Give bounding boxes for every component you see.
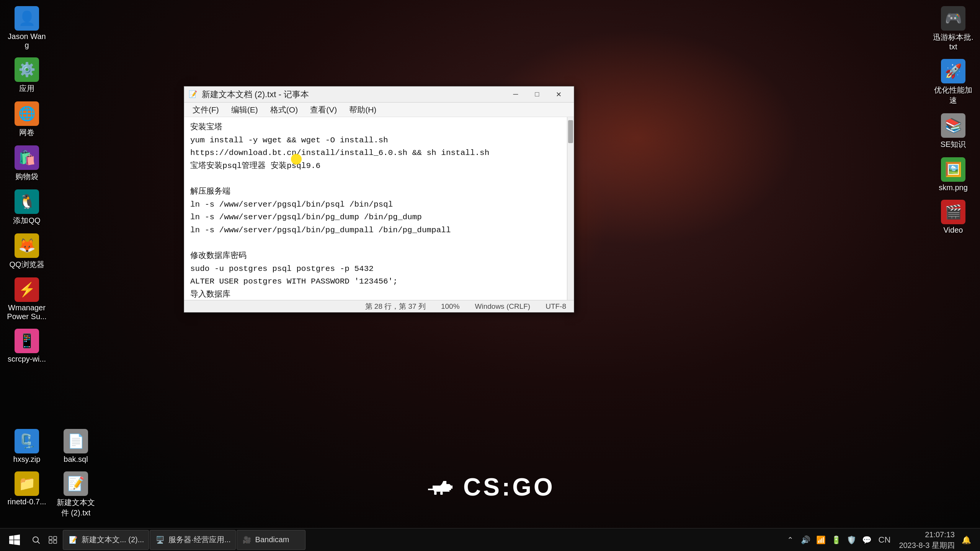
window-titlebar: 📝 新建文本文档 (2).txt - 记事本 ─ □ ✕ (184, 86, 574, 103)
sys-tray-icon4[interactable]: 🛡️ (846, 534, 858, 546)
desktop-icon-wmanager[interactable]: ⚡ Wmanager Power Su... (4, 275, 50, 323)
sys-tray-icons: ⌃ 🔊 📶 🔋 🛡️ 💬 (784, 534, 873, 546)
icon-hxsy-img: 🗜️ (15, 429, 39, 453)
taskbar-clock[interactable]: 21:07:13 2023-8-3 星期四 (896, 529, 958, 551)
taskbar-server-label: 服务器·经营应用... (168, 535, 230, 545)
desktop-icon-video[interactable]: 🎬 Video (930, 197, 976, 237)
icon-video-img: 🎬 (941, 200, 965, 224)
notepad-window: 📝 新建文本文档 (2).txt - 记事本 ─ □ ✕ 文件(F) 编辑(E)… (184, 86, 574, 313)
icon-baksql-label: bak.sql (64, 455, 88, 464)
taskbar-item-notepad[interactable]: 📝 新建文本文... (2)... (63, 530, 149, 550)
icon-jasonwang-label: Jason Wang (6, 32, 47, 50)
menu-file[interactable]: 文件(F) (187, 103, 224, 117)
desktop-icon-scrcpy[interactable]: 📱 scrcpy-wi... (4, 326, 50, 366)
desktop-icons-bottom: 🗜️ hxsy.zip 📄 bak.sql 📁 rinetd-0.7... 📝 … (4, 427, 99, 520)
desktop-icon-network[interactable]: 🌐 网卷 (4, 99, 50, 140)
close-button[interactable]: ✕ (548, 86, 569, 103)
icon-game-img: 🎮 (941, 6, 965, 31)
status-line-ending: Windows (CRLF) (475, 302, 531, 311)
icon-network-label: 网卷 (19, 127, 34, 138)
sys-tray-icon3[interactable]: 🔋 (830, 534, 843, 546)
notepad-text-area[interactable]: 安装宝塔 yum install -y wget && wget -O inst… (184, 117, 567, 300)
desktop-icon-qqbrowser[interactable]: 🦊 QQ浏览器 (4, 231, 50, 272)
desktop-icon-baksql[interactable]: 📄 bak.sql (53, 427, 99, 466)
icon-scrcpy-img: 📱 (15, 329, 39, 353)
icon-newtxt-label: 新建文本文件 (2).txt (55, 497, 96, 518)
sys-tray-icon2[interactable]: 📶 (815, 534, 827, 546)
sys-tray-up-arrow[interactable]: ⌃ (784, 534, 797, 546)
icon-video-label: Video (944, 226, 963, 235)
scrollbar-vertical[interactable] (567, 117, 574, 300)
icon-apps-img: ⚙️ (15, 57, 39, 82)
start-button[interactable] (3, 528, 26, 551)
icon-rinetd-img: 📁 (15, 471, 39, 496)
taskbar: 📝 新建文本文... (2)... 🖥️ 服务器·经营应用... 🎥 Bandi… (0, 528, 980, 551)
desktop-icon-apps[interactable]: ⚙️ 应用 (4, 55, 50, 96)
sys-tray-icon5[interactable]: 💬 (861, 534, 873, 546)
taskbar-search-button[interactable] (28, 531, 44, 548)
icon-qq-label: 添加QQ (13, 215, 40, 226)
icon-scrcpy-label: scrcpy-wi... (8, 355, 46, 364)
taskbar-notepad-label: 新建文本文... (2)... (82, 535, 144, 545)
desktop-icon-game[interactable]: 🎮 迅游标本批.txt (930, 4, 976, 54)
desktop-icon-hxsy[interactable]: 🗜️ hxsy.zip (4, 427, 50, 466)
icon-baksql-img: 📄 (64, 429, 88, 453)
icon-network-img: 🌐 (15, 101, 39, 126)
icon-jasonwang-img: 👤 (15, 6, 39, 31)
icon-game-label: 迅游标本批.txt (933, 32, 974, 51)
status-position: 第 28 行，第 37 列 (365, 302, 426, 311)
clock-time: 21:07:13 (925, 529, 955, 540)
menu-help[interactable]: 帮助(H) (344, 103, 382, 117)
taskbar-item-bandicam[interactable]: 🎥 Bandicam (237, 530, 305, 550)
svg-rect-6 (54, 540, 57, 543)
taskbar-notepad-icon: 📝 (68, 535, 78, 545)
status-zoom: 100% (441, 302, 460, 311)
desktop-icons-left: 👤 Jason Wang ⚙️ 应用 🌐 网卷 🛍️ 购物袋 🐧 添加QQ 🦊 … (4, 4, 50, 366)
icon-skm-img: 🖼️ (941, 157, 965, 182)
notification-center-button[interactable]: 🔔 (960, 534, 972, 546)
desktop-icon-rinetd[interactable]: 📁 rinetd-0.7... (4, 469, 50, 520)
desktop-icon-skm[interactable]: 🖼️ skm.png (930, 155, 976, 194)
taskbar-bandicam-label: Bandicam (255, 535, 289, 544)
sys-tray-icon1[interactable]: 🔊 (800, 534, 812, 546)
icon-shop-img: 🛍️ (15, 145, 39, 170)
svg-rect-4 (54, 536, 57, 540)
desktop-icon-se[interactable]: 📚 SE知识 (930, 111, 976, 152)
icon-qqbrowser-img: 🦊 (15, 233, 39, 258)
icon-hxsy-label: hxsy.zip (13, 455, 41, 464)
icon-wmanager-img: ⚡ (15, 277, 39, 302)
desktop-icon-qq[interactable]: 🐧 添加QQ (4, 187, 50, 228)
taskview-icon (48, 535, 57, 544)
desktop-icon-jasonwang[interactable]: 👤 Jason Wang (4, 4, 50, 52)
icon-shop-label: 购物袋 (15, 171, 38, 182)
taskview-button[interactable] (44, 531, 61, 548)
csgo-text: CS:GO (463, 473, 555, 501)
icon-qqbrowser-label: QQ浏览器 (9, 259, 44, 270)
scrollbar-thumb (568, 120, 573, 143)
icon-boost-img: 🚀 (941, 59, 965, 83)
notepad-icon: 📝 (189, 90, 198, 99)
window-menubar: 文件(F) 编辑(E) 格式(O) 查看(V) 帮助(H) (184, 103, 574, 117)
svg-rect-1 (440, 492, 443, 495)
icon-se-label: SE知识 (941, 139, 966, 150)
language-indicator[interactable]: CN (875, 535, 894, 545)
maximize-button[interactable]: □ (526, 86, 548, 103)
window-statusbar: 第 28 行，第 37 列 100% Windows (CRLF) UTF-8 (184, 300, 574, 312)
icon-wmanager-label: Wmanager Power Su... (6, 303, 47, 321)
menu-edit[interactable]: 编辑(E) (226, 103, 263, 117)
desktop-icon-boost[interactable]: 🚀 优化性能加速 (930, 57, 976, 108)
taskbar-item-server[interactable]: 🖥️ 服务器·经营应用... (150, 530, 235, 550)
clock-date: 2023-8-3 星期四 (899, 540, 955, 551)
window-title: 新建文本文档 (2).txt - 记事本 (202, 89, 501, 100)
taskbar-items: 📝 新建文本文... (2)... 🖥️ 服务器·经营应用... 🎥 Bandi… (63, 530, 784, 550)
desktop-icon-newtxt[interactable]: 📝 新建文本文件 (2).txt (53, 469, 99, 520)
desktop-icon-shop[interactable]: 🛍️ 购物袋 (4, 143, 50, 184)
icon-newtxt-img: 📝 (64, 471, 88, 496)
svg-rect-3 (49, 536, 52, 540)
windows-logo-icon (9, 535, 20, 545)
minimize-button[interactable]: ─ (505, 86, 526, 103)
menu-format[interactable]: 格式(O) (265, 103, 303, 117)
svg-rect-5 (49, 540, 52, 543)
menu-view[interactable]: 查看(V) (305, 103, 342, 117)
icon-rinetd-label: rinetd-0.7... (7, 497, 46, 506)
